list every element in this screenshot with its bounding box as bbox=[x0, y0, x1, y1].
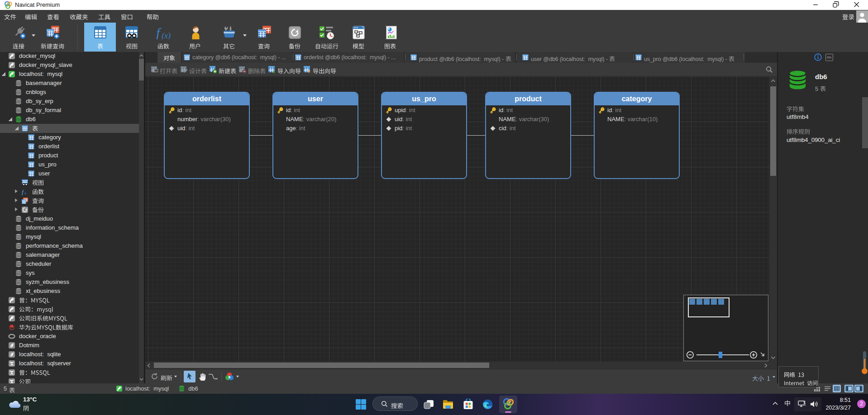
svg-text:(x): (x) bbox=[162, 31, 171, 39]
svg-text:f: f bbox=[156, 26, 162, 39]
